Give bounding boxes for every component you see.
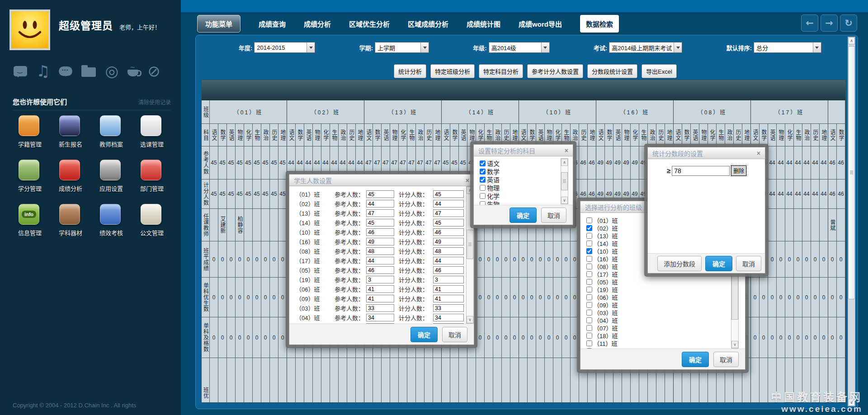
- score-count-input[interactable]: [433, 209, 464, 217]
- checkbox[interactable]: [586, 248, 592, 254]
- back-button[interactable]: ←: [801, 14, 818, 32]
- score-count-input[interactable]: [433, 219, 464, 226]
- music-icon[interactable]: ♫: [36, 63, 50, 79]
- checkbox-item[interactable]: （06）班: [580, 293, 745, 301]
- ref-count-input[interactable]: [366, 247, 394, 255]
- delete-button[interactable]: 删除: [731, 165, 746, 176]
- dialog-scrollbar[interactable]: ∧ ∨: [561, 158, 568, 204]
- coffee-icon[interactable]: [127, 70, 138, 76]
- scroll-down-icon[interactable]: ∨: [731, 341, 738, 348]
- dialog-title-bar[interactable]: 学生人数设置 ×: [289, 174, 474, 186]
- app-tile[interactable]: 绩效考核: [94, 204, 135, 248]
- checkbox-item[interactable]: 生物: [474, 200, 573, 205]
- ref-count-input[interactable]: [366, 200, 394, 208]
- cancel-button[interactable]: 取消: [442, 327, 467, 342]
- app-tile[interactable]: 公文管理: [135, 204, 175, 248]
- select-arrow-button[interactable]: [420, 42, 429, 52]
- app-tile[interactable]: 学分管理: [13, 160, 53, 204]
- dialog-title-bar[interactable]: 设置特定分析的科目 ×: [474, 145, 573, 156]
- ref-count-input[interactable]: [366, 314, 394, 321]
- app-tile[interactable]: 学籍管理: [13, 115, 53, 160]
- dialog-title-bar[interactable]: 统计分数段的设置 ×: [648, 147, 765, 159]
- panel-scrollbar[interactable]: ∧ ∨: [848, 37, 855, 406]
- checkbox[interactable]: [586, 264, 592, 269]
- checkbox[interactable]: [480, 160, 486, 166]
- block-icon[interactable]: ⊘: [147, 63, 160, 79]
- cancel-button[interactable]: 取消: [713, 352, 739, 367]
- app-tile[interactable]: 学科器材: [53, 204, 94, 248]
- checkbox-item[interactable]: （07）班: [580, 324, 745, 332]
- checkbox[interactable]: [586, 287, 592, 292]
- close-icon[interactable]: ×: [757, 150, 760, 157]
- ref-count-input[interactable]: [366, 209, 394, 217]
- ref-count-input[interactable]: [366, 323, 394, 324]
- checkbox[interactable]: [586, 333, 592, 339]
- score-count-input[interactable]: [433, 276, 464, 283]
- scroll-down-icon[interactable]: ∨: [467, 316, 473, 323]
- action-button-参考计分人数设置[interactable]: 参考计分人数设置: [527, 64, 583, 78]
- checkbox-item[interactable]: （19）班: [580, 286, 745, 293]
- close-icon[interactable]: ×: [466, 177, 469, 184]
- checkbox-item[interactable]: 英语: [474, 175, 573, 184]
- score-count-input[interactable]: [433, 266, 464, 274]
- checkbox-item[interactable]: 语文: [474, 159, 573, 167]
- ref-count-input[interactable]: [366, 295, 394, 302]
- checkbox[interactable]: [586, 348, 592, 349]
- select-arrow-button[interactable]: [541, 42, 549, 52]
- checkbox[interactable]: [480, 201, 486, 205]
- tab-成绩分析[interactable]: 成绩分析: [304, 19, 331, 28]
- checkbox-item[interactable]: （18）班: [580, 332, 745, 340]
- ref-count-input[interactable]: [366, 238, 394, 245]
- ref-count-input[interactable]: [366, 285, 394, 293]
- ref-count-input[interactable]: [366, 219, 394, 226]
- cancel-button[interactable]: 取消: [541, 208, 566, 223]
- checkbox[interactable]: [586, 317, 592, 323]
- refresh-button[interactable]: ↻: [840, 14, 857, 32]
- tab-成绩查询[interactable]: 成绩查询: [259, 19, 286, 28]
- ref-count-input[interactable]: [366, 304, 394, 312]
- ok-button[interactable]: 确定: [509, 208, 537, 223]
- checkbox-item[interactable]: 数学: [474, 167, 573, 175]
- checkbox[interactable]: [586, 279, 592, 285]
- tab-成绩word导出[interactable]: 成绩word导出: [519, 19, 562, 28]
- checkbox-item[interactable]: （05）班: [580, 278, 745, 286]
- checkbox[interactable]: [586, 225, 592, 231]
- comment-icon[interactable]: [59, 66, 72, 76]
- filter-select[interactable]: 高2014级上期期末考试: [609, 42, 682, 53]
- filter-select[interactable]: 上学期: [375, 42, 429, 53]
- action-button-分数段统计设置[interactable]: 分数段统计设置: [587, 64, 637, 78]
- action-button-特定科目分析[interactable]: 特定科目分析: [479, 64, 523, 78]
- checkbox[interactable]: [586, 310, 592, 316]
- scroll-handle[interactable]: [561, 172, 568, 190]
- ok-button[interactable]: 确定: [410, 327, 438, 342]
- checkbox[interactable]: [480, 177, 486, 183]
- score-count-input[interactable]: [433, 295, 464, 302]
- ref-count-input[interactable]: [366, 228, 394, 236]
- scroll-up-icon[interactable]: ∧: [561, 159, 568, 166]
- forward-button[interactable]: →: [821, 14, 838, 32]
- score-count-input[interactable]: [433, 314, 464, 321]
- message-icon[interactable]: [14, 66, 27, 76]
- add-range-button[interactable]: 添加分数段: [657, 256, 702, 271]
- ok-button[interactable]: 确定: [705, 256, 732, 271]
- checkbox[interactable]: [586, 271, 592, 277]
- checkbox[interactable]: [586, 233, 592, 239]
- scroll-down-icon[interactable]: ∨: [561, 197, 568, 204]
- checkbox-item[interactable]: （09）班: [580, 301, 745, 309]
- filter-select[interactable]: 总分: [754, 42, 821, 53]
- checkbox[interactable]: [586, 340, 592, 346]
- checkbox[interactable]: [586, 325, 592, 331]
- select-arrow-button[interactable]: [813, 42, 821, 52]
- select-arrow-button[interactable]: [674, 42, 682, 52]
- score-count-input[interactable]: [433, 238, 464, 245]
- clear-history-link[interactable]: 清除使用记录: [138, 98, 171, 106]
- tab-成绩统计图[interactable]: 成绩统计图: [467, 19, 500, 28]
- range-input[interactable]: [672, 166, 730, 176]
- tab-区域成绩分析[interactable]: 区域成绩分析: [408, 19, 448, 28]
- select-arrow-button[interactable]: [307, 42, 315, 52]
- tab-数据检索[interactable]: 数据检索: [580, 15, 619, 33]
- user-avatar[interactable]: [9, 9, 50, 50]
- score-count-input[interactable]: [433, 200, 464, 208]
- checkbox-item[interactable]: （12）班: [580, 347, 745, 349]
- checkbox[interactable]: [586, 302, 592, 308]
